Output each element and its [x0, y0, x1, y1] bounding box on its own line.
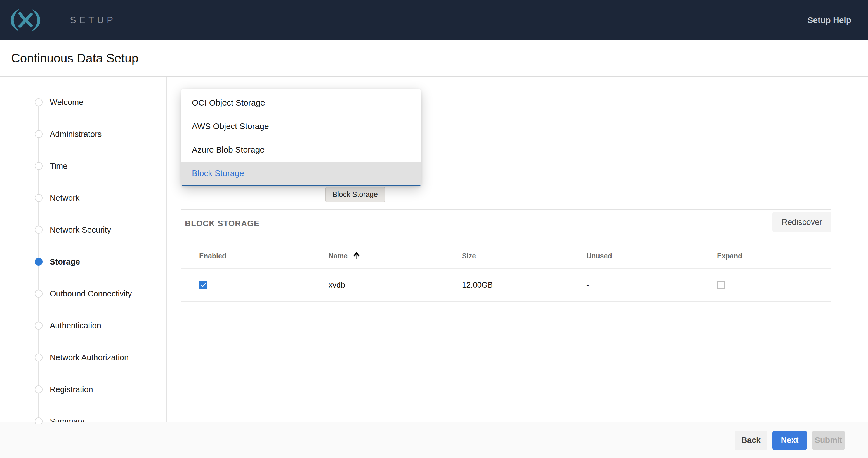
enabled-checkbox[interactable]: [199, 281, 208, 289]
brand-divider: [55, 8, 55, 32]
rediscover-button[interactable]: Rediscover: [772, 212, 831, 232]
sidebar-item-storage[interactable]: Storage: [0, 246, 166, 278]
sidebar-item-administrators[interactable]: Administrators: [0, 118, 166, 150]
step-circle-icon: [35, 353, 42, 362]
dropdown-option-azure-blob-storage[interactable]: Azure Blob Storage: [181, 138, 421, 162]
dropdown-option-block-storage[interactable]: Block Storage: [181, 162, 421, 185]
column-header-name[interactable]: Name: [329, 252, 462, 260]
step-label: Network Authorization: [50, 353, 129, 362]
step-label: Storage: [50, 257, 80, 266]
column-header-enabled[interactable]: Enabled: [199, 252, 329, 260]
sidebar-item-welcome[interactable]: Welcome: [0, 86, 166, 118]
step-label: Network Security: [50, 225, 111, 235]
step-label: Administrators: [50, 130, 101, 139]
sidebar-item-network[interactable]: Network: [0, 182, 166, 214]
step-label: Welcome: [50, 98, 83, 107]
step-label: Time: [50, 162, 67, 171]
step-circle-icon: [35, 418, 42, 424]
section-divider: [181, 209, 831, 210]
step-circle-icon: [35, 385, 42, 393]
sidebar-item-network-authorization[interactable]: Network Authorization: [0, 342, 166, 373]
setup-help-link[interactable]: Setup Help: [807, 16, 851, 25]
step-circle-icon: [35, 322, 42, 330]
page-title: Continuous Data Setup: [11, 51, 138, 65]
sort-ascending-icon: [353, 252, 360, 260]
check-icon: [200, 282, 206, 288]
step-circle-icon: [35, 226, 42, 234]
setup-brand-label: SETUP: [70, 15, 116, 26]
step-circle-icon: [35, 258, 42, 266]
column-header-unused[interactable]: Unused: [586, 252, 717, 260]
table-header-row: EnabledNameSizeUnusedExpand: [181, 244, 831, 269]
block-storage-section-title: BLOCK STORAGE: [185, 219, 259, 228]
select-focus-underline: [181, 185, 421, 187]
step-label: Authentication: [50, 321, 101, 330]
wizard-footer: Back Next Submit: [0, 423, 868, 458]
sidebar-item-time[interactable]: Time: [0, 150, 166, 182]
dropdown-option-oci-object-storage[interactable]: OCI Object Storage: [181, 91, 421, 115]
next-button[interactable]: Next: [772, 431, 807, 450]
sidebar-item-network-security[interactable]: Network Security: [0, 214, 166, 246]
storage-type-dropdown-menu: OCI Object StorageAWS Object StorageAzur…: [181, 89, 421, 187]
storage-type-tooltip: Block Storage: [326, 187, 385, 202]
step-label: Outbound Connectivity: [50, 289, 132, 298]
page-title-bar: Continuous Data Setup: [0, 40, 868, 77]
submit-button[interactable]: Submit: [812, 431, 845, 450]
table-body: xvdb12.00GB-: [181, 269, 831, 302]
sidebar-item-outbound-connectivity[interactable]: Outbound Connectivity: [0, 278, 166, 310]
column-header-label: Expand: [717, 252, 742, 260]
back-button[interactable]: Back: [735, 431, 767, 450]
device-unused-cell: -: [586, 281, 717, 289]
sidebar-item-authentication[interactable]: Authentication: [0, 310, 166, 342]
step-circle-icon: [35, 98, 42, 106]
step-circle-icon: [35, 130, 42, 138]
block-storage-table: EnabledNameSizeUnusedExpand xvdb12.00GB-: [181, 244, 831, 302]
column-header-expand[interactable]: Expand: [717, 252, 831, 260]
device-size-cell: 12.00GB: [462, 281, 586, 289]
step-circle-icon: [35, 290, 42, 297]
delphix-logo-icon: [9, 7, 42, 33]
expand-checkbox[interactable]: [717, 281, 725, 289]
device-name-cell: xvdb: [329, 281, 462, 289]
step-label: Network: [50, 194, 80, 203]
column-header-label: Unused: [586, 252, 612, 260]
top-app-bar: SETUP Setup Help: [0, 0, 868, 40]
column-header-size[interactable]: Size: [462, 252, 586, 260]
step-circle-icon: [35, 194, 42, 202]
wizard-step-list: WelcomeAdministratorsTimeNetworkNetwork …: [0, 77, 166, 424]
column-header-label: Size: [462, 252, 476, 260]
wizard-sidebar: WelcomeAdministratorsTimeNetworkNetwork …: [0, 77, 167, 424]
column-header-label: Name: [329, 252, 348, 260]
dropdown-option-aws-object-storage[interactable]: AWS Object Storage: [181, 115, 421, 138]
step-circle-icon: [35, 162, 42, 170]
sidebar-item-summary[interactable]: Summary: [0, 405, 166, 424]
sidebar-item-registration[interactable]: Registration: [0, 373, 166, 405]
column-header-label: Enabled: [199, 252, 226, 260]
step-label: Registration: [50, 385, 93, 394]
table-row: xvdb12.00GB-: [181, 269, 831, 302]
